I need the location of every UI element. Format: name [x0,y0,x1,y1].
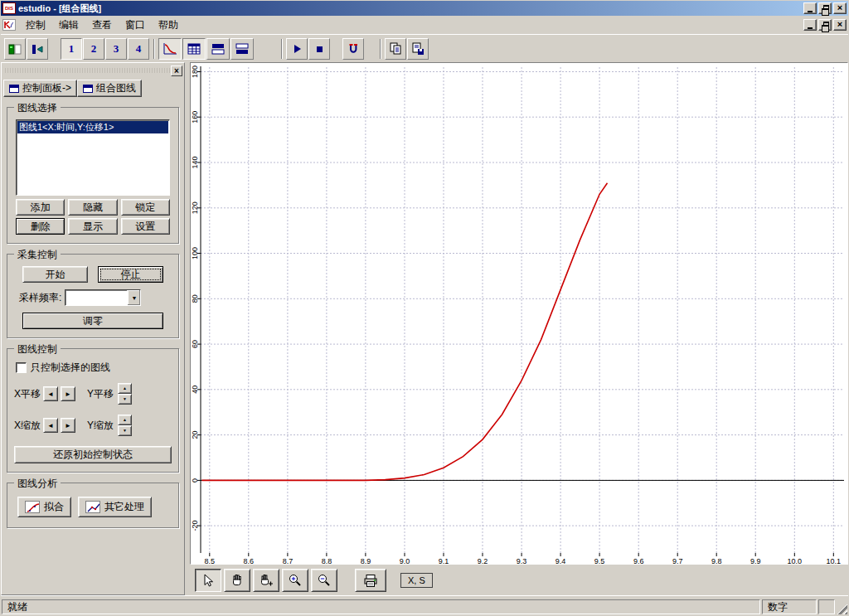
minimize-button[interactable] [803,2,817,14]
x-zoom-in-button[interactable]: ► [61,418,75,433]
dock-panel-button[interactable] [27,38,48,60]
graph-control-group-label: 图线控制 [14,342,61,357]
svg-text:180: 180 [191,65,199,78]
y-pan-up-button[interactable]: ▲ [118,383,132,394]
settings-graph-button[interactable]: 设置 [121,218,170,235]
select-tool-button[interactable] [195,569,221,592]
copy-icon [389,42,402,56]
chart-area: -200204060801001201401601808.58.68.78.88… [190,62,848,565]
tab-control-panel[interactable]: 控制面板-> [3,80,77,97]
zoom-out-icon [317,573,332,588]
resize-grip[interactable] [837,604,847,614]
graph-control-group: 图线控制 只控制选择的图线 X平移 ◄ ► Y平移 ▲ ▼ [7,348,179,473]
view-4-button[interactable]: 4 [128,38,149,60]
start-acquisition-button[interactable] [286,38,308,60]
graph-tab-icon [83,85,93,93]
add-graph-button[interactable]: 添加 [16,199,65,216]
hide-graph-button[interactable]: 隐藏 [68,199,117,216]
reset-control-button[interactable]: 还原初始控制状态 [14,446,172,463]
cursor-icon [201,573,216,588]
acquisition-group-label: 采集控制 [14,248,61,262]
x-zoom-label: X缩放 [14,419,41,433]
menu-window[interactable]: 窗口 [119,17,152,34]
menu-edit[interactable]: 编辑 [52,17,85,34]
split-bottom-button[interactable] [230,38,254,60]
svg-text:160: 160 [191,111,199,124]
x-pan-left-button[interactable]: ◄ [43,386,58,401]
zero-button[interactable]: 调零 [22,313,163,329]
only-selected-label: 只控制选择的图线 [31,361,110,375]
x-zoom-out-button[interactable]: ◄ [43,418,58,433]
sample-rate-combobox[interactable]: ▼ [65,289,141,306]
view-2-button[interactable]: 2 [83,38,104,60]
list-item[interactable]: 图线1<X:时间,Y:位移1> [17,121,168,133]
x-pan-right-button[interactable]: ► [61,386,75,401]
export-button[interactable] [407,38,429,60]
graph-select-group-label: 图线选择 [14,101,61,115]
child-restore-icon [823,22,829,27]
waveform-icon [162,41,178,56]
svg-text:9.3: 9.3 [517,557,527,564]
copy-button[interactable] [385,38,406,60]
y-zoom-down-button[interactable]: ▼ [118,425,132,436]
pan-tool-button[interactable] [224,569,250,592]
split-top-button[interactable] [206,38,230,60]
chart-plot[interactable]: -200204060801001201401601808.58.68.78.88… [191,63,847,564]
zoom-out-tool-button[interactable] [311,569,337,592]
status-message: 就绪 [2,599,760,614]
graph-listbox[interactable]: 图线1<X:时间,Y:位移1> [16,119,170,196]
only-selected-checkbox[interactable] [16,362,27,373]
right-arrow-icon: ► [65,390,71,398]
zoom-in-icon [288,573,303,588]
fit-button[interactable]: 拟合 [17,497,71,517]
dock-panel-icon [31,42,44,56]
print-button[interactable] [355,569,386,592]
show-graph-button[interactable]: 显示 [68,218,117,235]
up-arrow-icon: ▲ [123,386,127,390]
tab-combined-graph[interactable]: 组合图线 [77,80,142,97]
child-window-icon[interactable] [2,19,16,31]
graph-view-button[interactable] [158,38,182,60]
view-3-button[interactable]: 3 [105,38,127,60]
svg-text:140: 140 [191,156,199,168]
start-button[interactable]: 开始 [22,266,88,283]
menu-help[interactable]: 帮助 [152,17,185,34]
child-close-button[interactable]: × [833,19,847,31]
child-restore-button[interactable] [818,19,832,31]
workspace: × 控制面板-> 组合图线 图线选择 图线1<X:时间,Y:位移1> [1,62,848,595]
zoom-in-tool-button[interactable] [282,569,308,592]
delete-graph-button[interactable]: 删除 [16,218,65,235]
lock-graph-button[interactable]: 锁定 [121,199,170,216]
show-panel-icon [8,42,22,56]
sample-rate-value[interactable] [65,290,127,305]
restore-button[interactable] [818,2,832,14]
stop-acquisition-button[interactable] [308,38,330,60]
table-icon [186,41,202,56]
show-panel-button[interactable] [4,38,26,60]
drag-curve-tool-button[interactable] [253,569,279,592]
zero-adjust-button[interactable] [342,38,364,60]
tab-combined-graph-label: 组合图线 [96,81,136,95]
y-pan-spinner: ▲ ▼ [118,383,132,405]
other-processing-button[interactable]: 其它处理 [78,497,152,517]
axis-units-box[interactable]: X, S [400,573,433,588]
app-icon-text: DIS [5,6,13,11]
table-view-button[interactable] [182,38,206,60]
y-zoom-up-button[interactable]: ▲ [118,415,132,425]
play-icon [290,42,303,56]
sample-rate-dropdown-button[interactable]: ▼ [127,290,140,305]
stop-button[interactable]: 停止 [98,266,163,283]
svg-text:9.8: 9.8 [711,557,722,564]
child-minimize-button[interactable] [803,19,817,31]
menu-control[interactable]: 控制 [19,17,52,34]
export-icon [411,42,424,56]
sample-rate-label: 采样频率: [19,291,61,305]
panel-close-button[interactable]: × [171,65,182,76]
menu-view[interactable]: 查看 [85,17,119,34]
view-1-button[interactable]: 1 [61,38,82,60]
child-close-icon: × [837,20,842,29]
close-button[interactable]: × [833,2,847,14]
panel-tabs: 控制面板-> 组合图线 [3,80,182,97]
y-pan-down-button[interactable]: ▼ [118,394,132,405]
svg-text:9.0: 9.0 [400,557,410,564]
